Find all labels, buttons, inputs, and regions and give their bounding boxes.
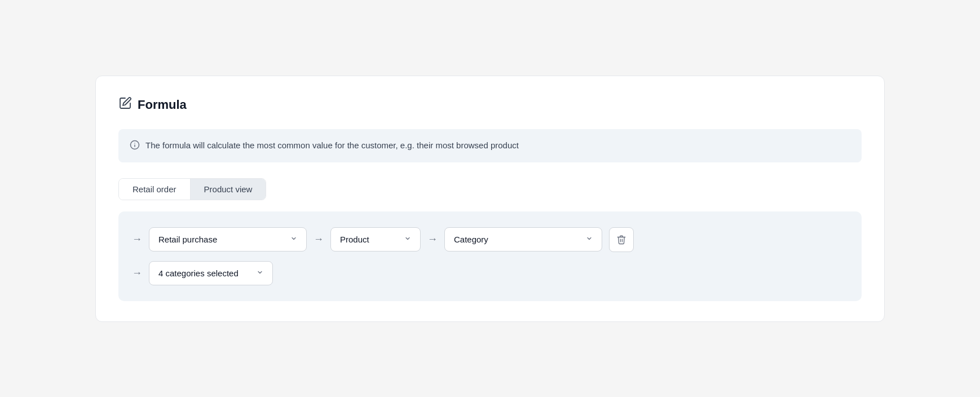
formula-content: → Retail purchase → Product → — [118, 211, 862, 301]
categories-selected-label: 4 categories selected — [158, 268, 239, 278]
formula-card: Formula The formula will calculate the m… — [95, 76, 885, 322]
category-select[interactable]: Category — [444, 227, 602, 252]
product-label: Product — [340, 235, 369, 244]
arrow-icon-4: → — [132, 267, 142, 279]
category-label: Category — [454, 235, 488, 244]
formula-row-2: → 4 categories selected — [132, 261, 848, 285]
arrow-icon-2: → — [314, 233, 324, 245]
tab-retail-order[interactable]: Retail order — [119, 179, 191, 200]
categories-selected-select[interactable]: 4 categories selected — [149, 261, 273, 285]
chevron-down-icon-2 — [404, 235, 411, 244]
retail-purchase-label: Retail purchase — [158, 235, 217, 244]
delete-button[interactable] — [609, 227, 634, 252]
chevron-down-icon-4 — [257, 269, 263, 277]
arrow-icon-1: → — [132, 233, 142, 245]
retail-purchase-select[interactable]: Retail purchase — [149, 227, 307, 252]
page-title: Formula — [138, 98, 187, 112]
arrow-icon-3: → — [427, 233, 438, 245]
tab-group: Retail order Product view — [118, 178, 266, 200]
info-icon — [130, 140, 140, 152]
info-text: The formula will calculate the most comm… — [145, 139, 519, 152]
formula-icon — [118, 96, 132, 113]
info-box: The formula will calculate the most comm… — [118, 129, 862, 162]
formula-row-1: → Retail purchase → Product → — [132, 227, 848, 252]
chevron-down-icon-3 — [586, 235, 593, 244]
tab-product-view[interactable]: Product view — [191, 179, 266, 200]
product-select[interactable]: Product — [330, 227, 421, 252]
chevron-down-icon-1 — [290, 235, 297, 244]
card-header: Formula — [118, 96, 862, 113]
